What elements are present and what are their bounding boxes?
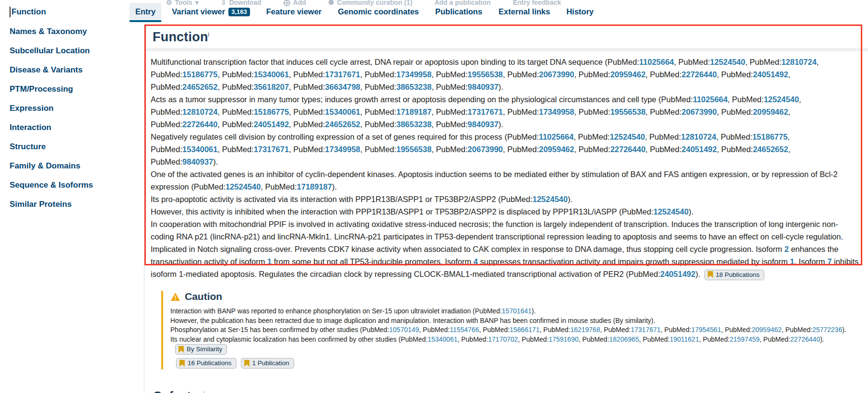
pubmed-link[interactable]: 1: [267, 257, 272, 266]
pubmed-link[interactable]: 20959462: [539, 145, 574, 154]
pubmed-link[interactable]: 24051492: [254, 120, 289, 129]
pubmed-link[interactable]: 12524540: [226, 182, 261, 191]
pubmed-link[interactable]: 35618207: [254, 83, 289, 91]
pubmed-link[interactable]: 38653238: [396, 83, 431, 91]
pubmed-link[interactable]: 9840937: [468, 83, 499, 91]
pubmed-link[interactable]: 18206965: [609, 335, 639, 343]
add-button[interactable]: ⨁Add: [284, 0, 306, 6]
pubmed-link[interactable]: 20673990: [539, 70, 574, 79]
pubmed-link[interactable]: 15340061: [325, 107, 360, 116]
pubmed-link[interactable]: 17591690: [548, 335, 578, 343]
by-similarity-badge[interactable]: By Similarity: [175, 344, 227, 355]
cofactor-subsection: Cofactori Zn2+ (UniProtKB |Rhea |CHEBI:2…: [151, 384, 868, 393]
caution-line: Interaction with BANP was reported to en…: [170, 307, 868, 316]
pubmed-link[interactable]: 11025664: [693, 95, 728, 104]
pubmed-link[interactable]: 1: [790, 257, 794, 266]
pubmed-link[interactable]: 17170702: [488, 335, 518, 343]
sidebar-item-function[interactable]: Function: [0, 2, 144, 22]
publications-badge[interactable]: 18 Publications: [704, 270, 765, 280]
pubmed-link[interactable]: 15340061: [254, 70, 289, 79]
entry-feedback-button[interactable]: Entry feedback: [513, 0, 561, 6]
pubmed-link[interactable]: 17317671: [254, 145, 289, 154]
pubmed-link[interactable]: 19011621: [670, 335, 699, 343]
pubmed-link[interactable]: 2: [785, 245, 789, 253]
pubmed-link[interactable]: 17349958: [325, 145, 360, 154]
pubmed-link[interactable]: 24652652: [182, 83, 217, 91]
sidebar-item-sequence-isoforms[interactable]: Sequence & Isoforms: [0, 176, 144, 195]
pubmed-link[interactable]: 7: [827, 257, 832, 266]
sidebar-item-family-domains[interactable]: Family & Domains: [0, 156, 144, 176]
pubmed-link[interactable]: 20673990: [468, 145, 503, 154]
community-curation-button[interactable]: ⚉Community curation (1): [328, 0, 413, 6]
tools-menu-button[interactable]: ⚙Tools▾: [166, 0, 199, 6]
pubmed-link[interactable]: 9840937: [468, 120, 499, 129]
pubmed-link[interactable]: 24051492: [753, 70, 788, 79]
pubmed-link[interactable]: 20959462: [752, 326, 782, 333]
pubmed-link[interactable]: 12524540: [610, 132, 645, 141]
pubmed-link[interactable]: 12524540: [654, 207, 689, 216]
pubmed-link[interactable]: 22726440: [182, 120, 217, 129]
pubmed-link[interactable]: 9840937: [182, 157, 213, 166]
pubmed-link[interactable]: 10570149: [389, 326, 419, 333]
sidebar-item-structure[interactable]: Structure: [0, 137, 144, 156]
pubmed-link[interactable]: 22726440: [790, 335, 820, 343]
pubmed-link[interactable]: 22726440: [610, 145, 645, 154]
publication-badge[interactable]: 1 Publication: [241, 358, 294, 369]
pubmed-link[interactable]: 36634798: [325, 83, 360, 91]
sidebar-item-label: Subcellular Location: [10, 46, 90, 56]
pubmed-link[interactable]: 17349958: [539, 107, 574, 116]
sidebar-item-disease-variants[interactable]: Disease & Variants: [0, 60, 144, 80]
pubmed-link[interactable]: 19556538: [396, 145, 431, 154]
pubmed-link[interactable]: 19556538: [610, 107, 645, 116]
pubmed-link[interactable]: 15340061: [428, 335, 457, 343]
pubmed-link[interactable]: 20673990: [682, 107, 717, 116]
pubmed-link[interactable]: 17349958: [396, 70, 431, 79]
pubmed-link[interactable]: 25772236: [812, 326, 842, 333]
sidebar-item-expression[interactable]: Expression: [0, 99, 144, 118]
sidebar-item-ptm-processing[interactable]: PTM/Processing: [0, 80, 144, 99]
pubmed-link[interactable]: 24051492: [660, 270, 695, 278]
pubmed-link[interactable]: 16219768: [570, 326, 600, 333]
sidebar-item-names-taxonomy[interactable]: Names & Taxonomy: [0, 22, 144, 41]
pubmed-link[interactable]: 15340061: [182, 145, 217, 154]
pubmed-link[interactable]: 12810724: [182, 107, 217, 116]
pubmed-link[interactable]: 15186775: [254, 107, 289, 116]
pubmed-link[interactable]: 24652652: [325, 120, 360, 129]
pubmed-link[interactable]: 17317671: [468, 107, 503, 116]
pubmed-link[interactable]: 12810724: [681, 132, 716, 141]
sidebar-item-similar-proteins[interactable]: Similar Proteins: [0, 195, 144, 214]
download-button[interactable]: ⇩Download: [221, 0, 262, 6]
download-icon: ⇩: [221, 0, 226, 6]
pubmed-link[interactable]: 38653238: [396, 120, 431, 129]
pubmed-link[interactable]: 11025664: [539, 132, 574, 141]
pubmed-link[interactable]: 15186775: [182, 70, 217, 79]
pubmed-link[interactable]: 12524540: [710, 58, 745, 66]
pubmed-link[interactable]: 17189187: [396, 107, 431, 116]
pubmed-link[interactable]: 11025664: [639, 58, 674, 66]
sidebar-item-interaction[interactable]: Interaction: [0, 118, 144, 137]
pubmed-link[interactable]: 19556538: [468, 70, 503, 79]
pubmed-link[interactable]: 12524540: [764, 95, 799, 104]
bookmark-icon: [244, 360, 250, 367]
pubmed-link[interactable]: 4: [474, 257, 478, 266]
pubmed-link[interactable]: 21597459: [730, 335, 760, 343]
pubmed-link[interactable]: 20959462: [753, 107, 788, 116]
publications-badge[interactable]: 16 Publications: [176, 358, 237, 369]
pubmed-link[interactable]: 20959462: [610, 70, 645, 79]
pubmed-link[interactable]: 24652652: [753, 145, 788, 154]
pubmed-link[interactable]: 22726440: [682, 70, 717, 79]
pubmed-link[interactable]: 12810724: [781, 58, 816, 66]
sidebar-item-subcellular-location[interactable]: Subcellular Location: [0, 41, 144, 60]
pubmed-link[interactable]: 12524540: [533, 195, 568, 203]
add-publication-button[interactable]: Add a publication: [434, 0, 490, 6]
pubmed-link[interactable]: 17189187: [297, 182, 332, 191]
pubmed-link[interactable]: 17954561: [691, 326, 721, 333]
uniprot-entry-page: Function Names & Taxonomy Subcellular Lo…: [0, 0, 868, 393]
pubmed-link[interactable]: 11554766: [450, 326, 479, 333]
pubmed-link[interactable]: 15186775: [752, 132, 787, 141]
pubmed-link[interactable]: 17317671: [325, 70, 360, 79]
pubmed-link[interactable]: 24051492: [682, 145, 717, 154]
pubmed-link[interactable]: 15866171: [510, 326, 539, 333]
pubmed-link[interactable]: 15701641: [502, 307, 532, 315]
pubmed-link[interactable]: 17317671: [631, 326, 661, 333]
